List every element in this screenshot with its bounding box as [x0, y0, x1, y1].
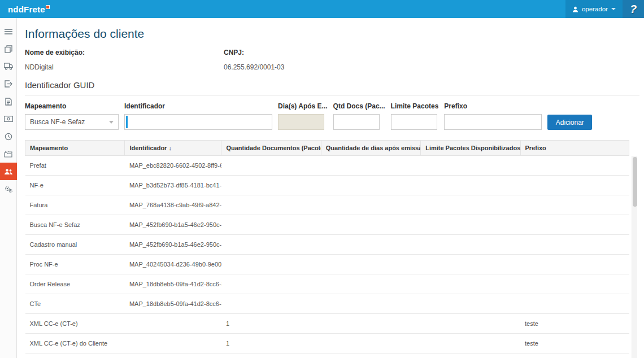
table-cell: MAP_ebc82820-6602-4502-8ff9-6b2da... — [125, 156, 221, 176]
table-row[interactable]: FaturaMAP_768a4138-c9ab-49f9-a842-db40..… — [25, 195, 629, 215]
table-header-row: MapeamentoIdentificador ↓Quantidade Docu… — [25, 141, 629, 156]
table-row[interactable]: PrefatMAP_ebc82820-6602-4502-8ff9-6b2da.… — [25, 156, 629, 176]
history-clock-icon — [5, 133, 12, 141]
qtd-docs-label: Qtd Docs (Pac... — [333, 102, 385, 110]
column-header[interactable]: Prefixo — [520, 141, 629, 156]
display-name-label: Nome de exibição: — [25, 49, 224, 56]
table-cell — [321, 156, 420, 176]
logo-text: nddFrete — [8, 5, 45, 14]
guid-section-title: Identificador GUID — [25, 80, 639, 95]
table-cell: 1 — [221, 334, 321, 353]
table-cell — [221, 195, 321, 215]
sidebar-item-copy[interactable] — [0, 40, 17, 58]
table-cell — [321, 274, 420, 294]
table-scrollbar[interactable] — [632, 156, 637, 358]
cnpj-value: 06.255.692/0001-03 — [224, 63, 423, 71]
table-cell: XML CC-e (CT-e) do Cliente — [25, 334, 125, 353]
table-cell — [421, 156, 520, 176]
table-row[interactable]: Busca NF-e SefazMAP_452fb690-b1a5-46e2-9… — [25, 215, 629, 235]
display-name-value: NDDigital — [25, 63, 224, 71]
table-row[interactable]: XML CC-e (CT-e) do Cliente1teste — [25, 334, 629, 353]
table-cell: Cadastro manual — [25, 235, 125, 255]
prefixo-input[interactable] — [444, 114, 542, 130]
table-cell — [520, 235, 629, 255]
document-icon — [5, 98, 12, 106]
sidebar-item-folders[interactable] — [0, 145, 17, 163]
table-cell — [520, 294, 629, 314]
table-cell — [421, 195, 520, 215]
mapeamento-label: Mapeamento — [25, 102, 119, 110]
table-cell — [221, 235, 321, 255]
table-cell: MAP_452fb690-b1a5-46e2-950c-02b2... — [125, 235, 221, 255]
dias-input — [278, 114, 324, 130]
table-cell — [421, 294, 520, 314]
help-button[interactable]: ? — [623, 0, 644, 18]
adicionar-button[interactable]: Adicionar — [547, 115, 592, 130]
table-cell: teste — [520, 314, 629, 334]
client-fields: Nome de exibição: NDDigital CNPJ: 06.255… — [25, 49, 639, 71]
folders-icon — [4, 150, 12, 158]
table-row[interactable]: NF-eMAP_b3d52b73-df85-4181-bc41-5527... — [25, 176, 629, 195]
select-chevron-icon — [109, 121, 114, 124]
user-icon — [572, 6, 578, 12]
table-cell: XML CC-e (CT-e) — [25, 314, 125, 334]
sidebar-item-document[interactable] — [0, 93, 17, 110]
column-header[interactable]: Quantidade de dias após emissão — [321, 141, 420, 156]
user-menu-button[interactable]: operador — [565, 0, 623, 18]
table-cell — [321, 195, 420, 215]
sidebar-item-invoice[interactable] — [0, 110, 17, 128]
table-cell: MAP_40245034-d236-49b0-9e00-46e9... — [125, 255, 221, 274]
sidebar-item-truck[interactable] — [0, 58, 17, 75]
column-header[interactable]: Identificador ↓ — [125, 141, 221, 156]
column-header[interactable]: Mapeamento — [25, 141, 125, 156]
guid-table: MapeamentoIdentificador ↓Quantidade Docu… — [25, 140, 637, 353]
table-cell — [321, 176, 420, 195]
table-cell — [520, 176, 629, 195]
limite-pacotes-input[interactable] — [391, 114, 437, 130]
table-cell — [421, 334, 520, 353]
scrollbar-thumb[interactable] — [633, 157, 637, 207]
table-cell — [221, 294, 321, 314]
user-label: operador — [582, 6, 608, 12]
cnpj-label: CNPJ: — [224, 49, 423, 56]
table-cell: 1 — [221, 314, 321, 334]
chevron-down-icon — [611, 8, 616, 10]
table-row[interactable]: Cadastro manualMAP_452fb690-b1a5-46e2-95… — [25, 235, 629, 255]
copy-icon — [5, 45, 12, 53]
column-header[interactable]: Quantidade Documentos (Pacote) — [221, 141, 321, 156]
table-cell — [520, 255, 629, 274]
table-cell: Prefat — [25, 156, 125, 176]
column-header[interactable]: Limite Pacotes Disponibilizados — [421, 141, 520, 156]
prefixo-label: Prefixo — [444, 102, 542, 110]
table-cell: CTe — [25, 294, 125, 314]
table-cell — [421, 274, 520, 294]
table-row[interactable]: Order ReleaseMAP_18db8eb5-09fa-41d2-8cc6… — [25, 274, 629, 294]
gears-icon — [4, 185, 13, 193]
table-cell: Proc NF-e — [25, 255, 125, 274]
menu-icon — [5, 28, 12, 35]
qtd-docs-input[interactable] — [333, 114, 380, 130]
table-row[interactable]: XML CC-e (CT-e)1teste — [25, 314, 629, 334]
table-cell: Fatura — [25, 195, 125, 215]
sidebar-item-export[interactable] — [0, 75, 17, 93]
app-logo: nddFrete — [8, 5, 50, 14]
sidebar — [0, 18, 17, 358]
mapeamento-select[interactable]: Busca NF-e Sefaz — [25, 114, 119, 130]
sidebar-item-menu[interactable] — [0, 23, 17, 40]
sort-desc-icon: ↓ — [167, 145, 172, 151]
identificador-input[interactable] — [124, 114, 272, 130]
table-row[interactable]: CTeMAP_18db8eb5-09fa-41d2-8cc6-83db... — [25, 294, 629, 314]
sidebar-item-history[interactable] — [0, 128, 17, 145]
table-cell — [421, 176, 520, 195]
table-cell: NF-e — [25, 176, 125, 195]
table-cell — [421, 314, 520, 334]
table-cell — [321, 314, 420, 334]
sidebar-item-clients[interactable] — [0, 163, 17, 180]
app-window: nddFrete operador ? — [0, 0, 644, 358]
sidebar-item-settings[interactable] — [0, 180, 17, 198]
table-cell — [125, 314, 221, 334]
table-row[interactable]: Proc NF-eMAP_40245034-d236-49b0-9e00-46e… — [25, 255, 629, 274]
table-cell — [321, 334, 420, 353]
table-cell — [221, 176, 321, 195]
table-cell — [321, 235, 420, 255]
